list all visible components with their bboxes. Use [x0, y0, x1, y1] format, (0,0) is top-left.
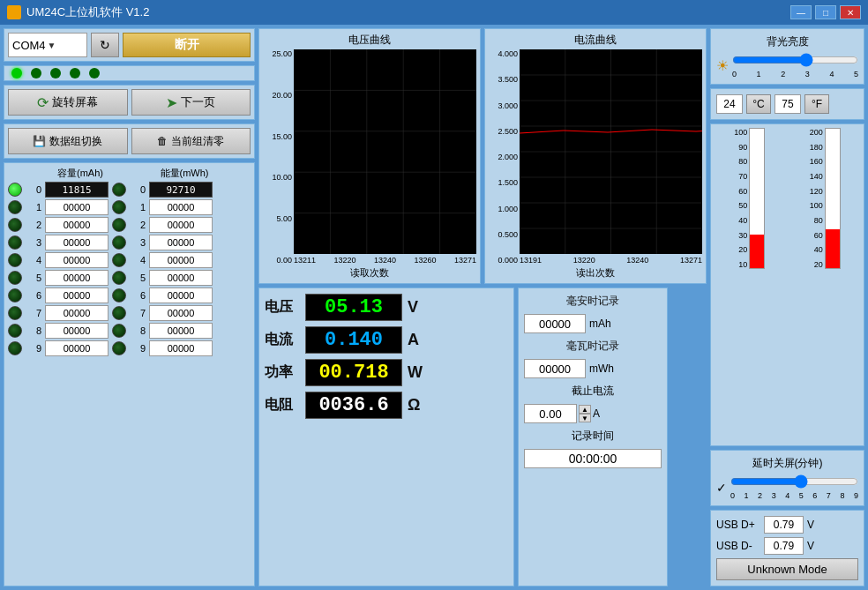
row-ene-7[interactable]: [149, 305, 213, 321]
row-num-0: 0: [24, 184, 41, 195]
row-cap-2[interactable]: [45, 217, 108, 233]
indicator-3: [70, 68, 80, 78]
mah-row: mAh: [524, 314, 662, 333]
measurements-panel: 电压 05.13 V 电流 0.140 A 功率 00.718: [258, 288, 514, 586]
fahrenheit-therm-container: 200 180 160 140 120 100 80 60 40 20: [810, 128, 841, 269]
rotate-label: 旋转屏幕: [52, 94, 98, 110]
minimize-button[interactable]: —: [790, 5, 812, 19]
row-ene-8[interactable]: [149, 323, 213, 339]
celsius-bar: [749, 128, 765, 269]
next-page-button[interactable]: ➤ 下一页: [131, 89, 251, 116]
current-value: 0.140: [325, 329, 383, 351]
usb-dplus-label: USB D+: [716, 519, 760, 531]
celsius-button[interactable]: °C: [746, 94, 771, 114]
row-cap-8[interactable]: [45, 323, 108, 339]
row-indicator-5: [8, 271, 22, 285]
usb-dminus-row: USB D- V: [716, 537, 858, 555]
row-cap-0[interactable]: [45, 182, 108, 198]
resistance-row: 电阻 0036.6 Ω: [265, 392, 508, 419]
temperature-panel: °C °F: [710, 88, 864, 120]
com-port-select[interactable]: COM4 ▼: [8, 33, 87, 57]
delay-title: 延时关屏(分钟): [716, 456, 858, 471]
backlight-slider[interactable]: [732, 53, 858, 67]
row-ene-3[interactable]: [149, 235, 213, 250]
usb-dminus-input[interactable]: [764, 537, 804, 555]
backlight-panel: 背光亮度 ☀ 0 1 2 3 4 5: [710, 28, 864, 85]
fahrenheit-button[interactable]: °F: [804, 94, 829, 114]
recording-panel: 毫安时记录 mAh 毫瓦时记录 mWh 截止电流 ▲ ▼ A: [518, 288, 668, 586]
row-indicator2-7: [112, 306, 126, 320]
row-indicator2-3: [112, 235, 126, 250]
time-display: 00:00:00: [524, 449, 662, 468]
disconnect-button[interactable]: 断开: [123, 33, 251, 57]
current-display: 0.140: [305, 326, 402, 354]
clear-group-button[interactable]: 🗑 当前组清零: [131, 128, 251, 154]
usb-dplus-unit: V: [807, 519, 814, 531]
voltage-x-label: 读取次数: [263, 266, 476, 280]
spinbox-arrows: ▲ ▼: [579, 405, 591, 422]
row-cap-6[interactable]: [45, 288, 108, 303]
window-controls: — □ ✕: [790, 5, 861, 19]
usb-dplus-input[interactable]: [764, 516, 804, 534]
row-cap-5[interactable]: [45, 270, 108, 286]
row-ene-5[interactable]: [149, 270, 213, 286]
celsius-input[interactable]: [716, 94, 743, 114]
app-icon: [7, 5, 21, 19]
voltage-chart-title: 电压曲线: [263, 33, 476, 48]
row-indicator2-4: [112, 253, 126, 267]
resistance-value: 0036.6: [318, 394, 388, 416]
fahrenheit-bar: [825, 128, 841, 269]
rotate-icon: ⟳: [37, 94, 49, 111]
indicator-0: [11, 68, 22, 78]
row-ene-6[interactable]: [149, 288, 213, 303]
mah-input[interactable]: [524, 314, 586, 333]
connection-bar: COM4 ▼ ↻ 断开: [4, 28, 255, 62]
row-cap-3[interactable]: [45, 235, 108, 250]
time-label: 记录时间: [524, 429, 662, 444]
delay-slider[interactable]: [730, 474, 858, 489]
row-cap-9[interactable]: [45, 340, 108, 356]
clear-icon: 🗑: [157, 135, 168, 147]
row-indicator2-1: [112, 200, 126, 214]
voltage-chart-svg: [294, 49, 476, 254]
switch-data-group-button[interactable]: 💾 数据组切换: [8, 128, 128, 154]
row-cap-4[interactable]: [45, 252, 108, 268]
row-num2-7: 7: [128, 308, 146, 318]
row-ene-9[interactable]: [149, 340, 213, 356]
data-table: 容量(mAh) 能量(mWh) 0 0 (function() { const …: [4, 162, 255, 586]
row-num2-0: 0: [128, 184, 146, 195]
row-ene-0[interactable]: [149, 182, 213, 198]
stop-input[interactable]: [524, 404, 577, 423]
power-value: 00.718: [318, 362, 388, 384]
row-ene-4[interactable]: [149, 252, 213, 268]
switch-label: 数据组切换: [49, 134, 102, 149]
unknown-mode-button[interactable]: Unknown Mode: [716, 558, 858, 580]
close-button[interactable]: ✕: [840, 5, 861, 19]
fahrenheit-fill: [826, 229, 840, 268]
maximize-button[interactable]: □: [815, 5, 836, 19]
table-row: 9 9: [8, 340, 251, 356]
delay-slider-numbers: 0 1 2 3 4 5 6 7 8 9: [730, 491, 858, 500]
current-unit: A: [408, 331, 419, 349]
stop-label: 截止电流: [524, 384, 662, 399]
right-panel: 背光亮度 ☀ 0 1 2 3 4 5 °C: [710, 28, 864, 586]
spinbox-down[interactable]: ▼: [579, 414, 591, 422]
delay-panel: 延时关屏(分钟) ✓ 0 1 2 3 4 5 6 7 8 9: [710, 450, 864, 506]
rotate-screen-button[interactable]: ⟳ 旋转屏幕: [8, 89, 128, 116]
row-cap-1[interactable]: [45, 199, 108, 215]
table-row: 2 2: [8, 217, 251, 233]
row-num2-3: 3: [128, 237, 146, 248]
row-indicator-3: [8, 235, 22, 250]
row-ene-2[interactable]: [149, 217, 213, 233]
resistance-label: 电阻: [265, 396, 300, 414]
row-ene-1[interactable]: [149, 199, 213, 215]
refresh-button[interactable]: ↻: [91, 33, 119, 57]
power-label: 功率: [265, 363, 300, 382]
row-num-8: 8: [24, 325, 41, 336]
indicator-2: [50, 68, 61, 78]
row-cap-7[interactable]: [45, 305, 108, 321]
mwh-input[interactable]: [524, 359, 586, 378]
fahrenheit-input[interactable]: [774, 94, 801, 114]
spinbox-up[interactable]: ▲: [579, 405, 591, 414]
backlight-title: 背光亮度: [716, 34, 858, 49]
